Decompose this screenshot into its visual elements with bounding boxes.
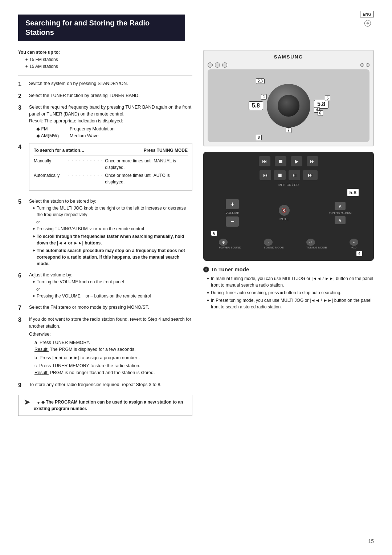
step-1-num: 1 [18, 80, 25, 88]
content-area: You can store up to: 15 FM stations 15 A… [18, 50, 374, 416]
step-4-box: To search for a station… Press TUNING MO… [29, 143, 192, 191]
tuner-section: In Tuner mode In manual tuning mode, you… [203, 266, 374, 310]
tuner-title: In Tuner mode [203, 266, 374, 272]
note-content: ◆ The PROGRAM function can be used to as… [34, 399, 187, 412]
title-box: Searching for and Storing the Radio Stat… [18, 15, 185, 41]
step-5: 5 Select the station to be stored by: Tu… [18, 198, 192, 268]
step-5-bullet-1: Turning the MULTI JOG knob to the right … [33, 205, 192, 218]
step-4-header: To search for a station… Press TUNING MO… [34, 147, 188, 155]
step-1: 1 Switch the system on by pressing STAND… [18, 80, 192, 88]
num-badge-7: 7 [286, 127, 291, 133]
step-6-num: 6 [18, 272, 25, 280]
mute-col: 🔇 MUTE [279, 205, 290, 221]
knob-inner [278, 95, 299, 117]
step-6: 6 Adjust the volume by: Turning the VOLU… [18, 272, 192, 300]
step-3-rows: ◆ FM ◆ AM(MW) Frequency Modulation Mediu… [36, 126, 192, 139]
step-6-bullet-1: Turning the VOLUME knob on the front pan… [33, 279, 192, 285]
mute-label: MUTE [279, 217, 289, 221]
remote-num-6: 6 [211, 230, 369, 236]
main-knob[interactable] [267, 84, 310, 127]
store-info: You can store up to: 15 FM stations 15 A… [18, 50, 192, 70]
eng-badge: ENG [360, 11, 374, 17]
step-8c: c Press TUNER MEMORY to store the radio … [34, 362, 192, 376]
num-badge-6: 6 [318, 110, 323, 116]
power-sound-btn[interactable]: ⏻ [219, 239, 228, 246]
step-3-result-text: The appropriate indication is displayed: [44, 118, 123, 123]
tuning-up-btn[interactable]: ∧ [335, 202, 346, 210]
step-3-row-fm-desc: Frequency Modulation Medium Wave [70, 126, 115, 139]
remote-center: + VOLUME − 🔇 MUTE ∧ TUNING /ALBUM ∨ [208, 199, 369, 227]
tuning-col: ∧ TUNING /ALBUM ∨ [329, 202, 352, 224]
remote-panel: ⏮ ⏹ ▶ ⏭ ⏮ ⏹ ⏯ ⏭ MPS-CD / CD 5.8 [203, 152, 374, 261]
step-8a: a Press TUNER MEMORY. Result: The PRGM i… [34, 339, 192, 353]
plus10-label: +10 [350, 246, 358, 249]
remote-top-buttons: ⏮ ⏹ ▶ ⏭ [208, 156, 369, 166]
volume-plus-btn[interactable]: + [226, 199, 239, 209]
step-5-bold-2: The automatic search procedure may stop … [33, 247, 192, 267]
tuning-mode-col: ⏎ TUNING MODE [306, 239, 327, 249]
step-4: 4 To search for a station… Press TUNING … [18, 143, 192, 194]
num-badge-23: 2,3 [256, 78, 265, 84]
step-9-num: 9 [18, 381, 25, 389]
tuning-mode-btn[interactable]: ⏎ [306, 239, 315, 246]
right-column: SAMSUNG 5.8 [203, 50, 374, 416]
remote-playpause-btn[interactable]: ⏯ [289, 170, 300, 180]
step-4-content: To search for a station… Press TUNING MO… [29, 143, 192, 194]
tuning-mode-label: TUNING MODE [306, 246, 327, 249]
step-2: 2 Select the TUNER function by pressing … [18, 92, 192, 100]
remote-next-btn[interactable]: ⏭ [307, 156, 318, 166]
plus10-col: + +10 [350, 239, 358, 249]
step-7-content: Select the FM stereo or mono mode by pre… [29, 304, 192, 311]
device-right-section: 5.8 5 4 6 [314, 100, 328, 112]
volume-col: + VOLUME − [225, 199, 239, 227]
note-box: ➤ ◆ The PROGRAM function can be used to … [18, 395, 192, 416]
remote-prev2-btn[interactable]: ⏮ [260, 170, 271, 180]
step-1-content: Switch the system on by pressing STANDBY… [29, 80, 192, 87]
note-arrow-icon: ➤ [24, 398, 30, 406]
device-panel: SAMSUNG 5.8 [203, 50, 374, 146]
remote-bottom: ⏻ POWER SOUND ♪ SOUND MODE ⏎ TUNING MODE… [208, 239, 369, 249]
step-6-content: Adjust the volume by: Turning the VOLUME… [29, 272, 192, 300]
tuner-title-text: In Tuner mode [212, 266, 249, 272]
tuning-down-btn[interactable]: ∨ [335, 216, 346, 224]
samsung-label: SAMSUNG [208, 54, 369, 60]
remote-prev-btn[interactable]: ⏮ [259, 156, 270, 166]
power-sound-label: POWER SOUND [219, 246, 241, 249]
sound-mode-btn[interactable]: ♪ [264, 239, 273, 246]
remote-freq-display: 5.8 [347, 189, 359, 196]
remote-stop-btn[interactable]: ⏹ [275, 156, 286, 166]
step-8-num: 8 [18, 316, 25, 324]
step-4-row-auto: Automatically - - - - - - - - - - Once o… [34, 172, 188, 185]
remote-stop2-btn[interactable]: ⏹ [274, 170, 286, 180]
device-circle-sm-2 [366, 63, 369, 67]
store-label: You can store up to: [18, 50, 192, 55]
remote-freq-row: 5.8 [208, 189, 359, 196]
num-badge-8: 8 [256, 135, 262, 140]
remote-next2-btn[interactable]: ⏭ [303, 170, 318, 180]
divider-1 [18, 76, 192, 76]
step-5-bullet-2: Pressing TUNING/ALBUM ∨ or ∧ on the remo… [33, 226, 192, 232]
step-4-row-manually: Manually - - - - - - - - - - Once or mor… [34, 158, 188, 171]
am-stations: 15 AM stations [25, 63, 192, 70]
step-4-num: 4 [18, 143, 25, 151]
page-container: ENG ⊙ Searching for and Storing the Radi… [0, 0, 392, 555]
freq-display-left: 5.8 [249, 101, 263, 110]
step-5-content: Select the station to be stored by: Turn… [29, 198, 192, 268]
step-3-num: 3 [18, 104, 25, 112]
left-column: You can store up to: 15 FM stations 15 A… [18, 50, 192, 416]
step-8-content: If you do not want to store the radio st… [29, 316, 192, 378]
mute-btn[interactable]: 🔇 [279, 205, 290, 216]
tuner-bullet-2: During Tuner auto searching, press ■ but… [207, 289, 374, 296]
device-circle-sm-1 [360, 63, 364, 67]
step-2-num: 2 [18, 92, 25, 100]
device-top-row [208, 62, 369, 68]
mps-cd-label: MPS-CD / CD [208, 183, 369, 187]
num-badge-1: 1 [261, 94, 267, 100]
page-title: Searching for and Storing the Radio Stat… [25, 18, 178, 37]
plus10-btn[interactable]: + [350, 239, 358, 246]
remote-play-btn[interactable]: ▶ [291, 156, 302, 166]
sound-mode-label: SOUND MODE [264, 246, 284, 249]
step-5-or-1: or [36, 219, 192, 225]
volume-label: VOLUME [225, 211, 239, 215]
volume-minus-btn[interactable]: − [226, 216, 239, 227]
